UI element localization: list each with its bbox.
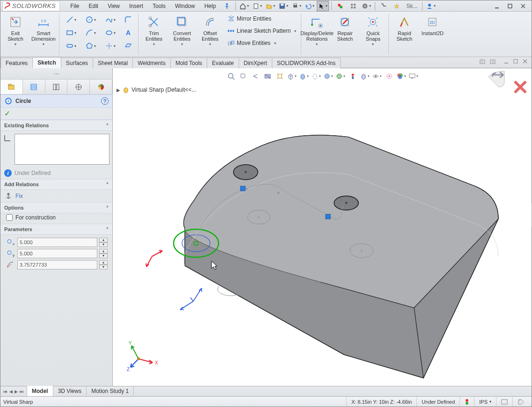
nav-next-icon[interactable]: ▶ (15, 389, 18, 394)
doc-minimize-icon[interactable] (503, 58, 513, 68)
tab-addins[interactable]: SOLIDWORKS Add-Ins (272, 58, 341, 68)
menu-view[interactable]: View (103, 1, 124, 11)
options-header[interactable]: Options ˄ (0, 202, 112, 213)
display-delete-relations-button[interactable]: Display/Delete Relations (303, 13, 331, 54)
panel-tab-dimxpert-manager[interactable] (67, 80, 90, 94)
tab-surfaces[interactable]: Surfaces (61, 58, 93, 68)
rebuild-icon[interactable] (334, 1, 346, 11)
spline-tool-icon[interactable] (101, 14, 120, 26)
plane-tool-icon[interactable] (121, 40, 136, 52)
graphics-area[interactable]: ▶ Virtual Sharp (Default<<... + + + (113, 68, 532, 386)
select-cursor-icon[interactable] (317, 1, 329, 11)
parameters-header[interactable]: Parameters ˄ (0, 224, 112, 235)
pin-icon[interactable] (221, 1, 233, 11)
home-icon[interactable] (238, 1, 250, 11)
radius-input[interactable] (17, 260, 97, 269)
undo-icon[interactable] (304, 1, 316, 11)
mirror-entities-button[interactable]: Mirror Entities (224, 13, 299, 25)
spin-down-icon[interactable]: ▾ (99, 242, 108, 247)
smart-dimension-button[interactable]: 1.0 Smart Dimension (29, 13, 58, 54)
spin-up-icon[interactable]: ▴ (99, 238, 108, 242)
add-relations-header[interactable]: Add Relations ˄ (0, 179, 112, 190)
new-document-icon[interactable] (251, 1, 263, 11)
instant2d-button[interactable]: 2D Instant2D (418, 13, 446, 54)
tab-dimxpert[interactable]: DimXpert (239, 58, 272, 68)
point-tool-icon[interactable] (101, 40, 120, 52)
circle-tool-icon[interactable] (81, 14, 100, 26)
text-tool-icon[interactable]: A (121, 27, 136, 39)
doc-close-icon[interactable] (522, 58, 532, 68)
fillet-tool-icon[interactable] (121, 14, 136, 26)
polygon-tool-icon[interactable] (81, 40, 100, 52)
tab-features[interactable]: Features (0, 58, 33, 68)
window-minimize-icon[interactable] (491, 1, 503, 11)
nav-last-icon[interactable]: ⏭ (20, 389, 24, 394)
doc-tab-motion-study[interactable]: Motion Study 1 (87, 386, 134, 396)
search-star-icon[interactable] (391, 1, 403, 11)
panel-collapse-handle[interactable] (0, 68, 112, 80)
doc-tab-3dviews[interactable]: 3D Views (53, 386, 87, 396)
move-entities-button[interactable]: Move Entities (224, 37, 299, 49)
menu-tools[interactable]: Tools (148, 1, 170, 11)
print-icon[interactable] (291, 1, 303, 11)
offset-entities-button[interactable]: Offset Entities (196, 13, 224, 54)
panel-tab-configuration-manager[interactable] (45, 80, 68, 94)
save-icon[interactable] (277, 1, 290, 11)
nav-prev-icon[interactable]: ◀ (9, 389, 13, 394)
search-icon[interactable] (378, 1, 390, 11)
ok-check-icon[interactable]: ✓ (4, 109, 10, 118)
relations-list[interactable] (15, 134, 109, 165)
options-grid-icon[interactable] (347, 1, 359, 11)
menu-insert[interactable]: Insert (124, 1, 148, 11)
doc-next-icon[interactable] (489, 58, 500, 68)
menu-edit[interactable]: Edit (84, 1, 103, 11)
convert-entities-button[interactable]: Convert Entities (168, 13, 196, 54)
menu-file[interactable]: File (66, 1, 84, 11)
status-tag-icon[interactable] (512, 397, 529, 407)
panel-tab-property-manager[interactable] (23, 80, 45, 94)
doc-prev-icon[interactable] (479, 58, 489, 68)
arc-tool-icon[interactable] (81, 27, 100, 39)
tab-evaluate[interactable]: Evaluate (207, 58, 239, 68)
quick-snaps-button[interactable]: Quick Snaps (359, 13, 387, 54)
tab-mold-tools[interactable]: Mold Tools (170, 58, 207, 68)
center-y-input[interactable] (17, 249, 97, 258)
tab-sketch[interactable]: Sketch (32, 57, 61, 68)
status-units[interactable]: IPS ▾ (474, 397, 496, 407)
window-restore-icon[interactable] (504, 1, 516, 11)
help-icon[interactable]: ? (101, 97, 109, 105)
fix-relation-button[interactable]: Fix (0, 190, 112, 202)
spin-up-icon[interactable]: ▴ (99, 260, 108, 265)
repair-sketch-button[interactable]: Repair Sketch (331, 13, 359, 54)
doc-tab-model[interactable]: Model (27, 386, 53, 396)
slot-tool-icon[interactable] (62, 40, 80, 52)
corner-cancel-icon[interactable] (514, 80, 530, 96)
settings-gear-icon[interactable] (360, 1, 372, 11)
linear-pattern-button[interactable]: Linear Sketch Pattern (224, 25, 299, 37)
window-close-icon[interactable] (517, 1, 529, 11)
corner-ok-icon[interactable] (486, 68, 509, 92)
ellipse-tool-icon[interactable] (101, 27, 120, 39)
line-tool-icon[interactable] (62, 14, 80, 26)
open-icon[interactable] (264, 1, 277, 11)
status-rebuild-indicator[interactable] (459, 397, 474, 407)
menu-window[interactable]: Window (170, 1, 200, 11)
panel-tab-feature-manager[interactable] (0, 80, 23, 94)
center-x-input[interactable] (17, 238, 97, 247)
spin-down-icon[interactable]: ▾ (99, 254, 108, 258)
rapid-sketch-button[interactable]: Rapid Sketch (390, 13, 418, 54)
spin-up-icon[interactable]: ▴ (99, 249, 108, 254)
exit-sketch-button[interactable]: Exit Sketch (1, 13, 29, 54)
for-construction-checkbox[interactable] (6, 214, 13, 221)
doc-maximize-icon[interactable] (513, 58, 522, 68)
panel-tab-display-manager[interactable] (90, 80, 112, 94)
user-icon[interactable] (425, 1, 437, 11)
spin-down-icon[interactable]: ▾ (99, 265, 108, 269)
nav-first-icon[interactable]: ⏮ (3, 389, 7, 394)
rectangle-tool-icon[interactable] (62, 27, 80, 39)
status-maximize-icon[interactable] (496, 397, 512, 407)
existing-relations-header[interactable]: Existing Relations ˄ (0, 120, 112, 131)
trim-entities-button[interactable]: Trim Entities (140, 13, 168, 54)
tab-weldments[interactable]: Weldments (132, 58, 171, 68)
tab-sheet-metal[interactable]: Sheet Metal (93, 58, 133, 68)
